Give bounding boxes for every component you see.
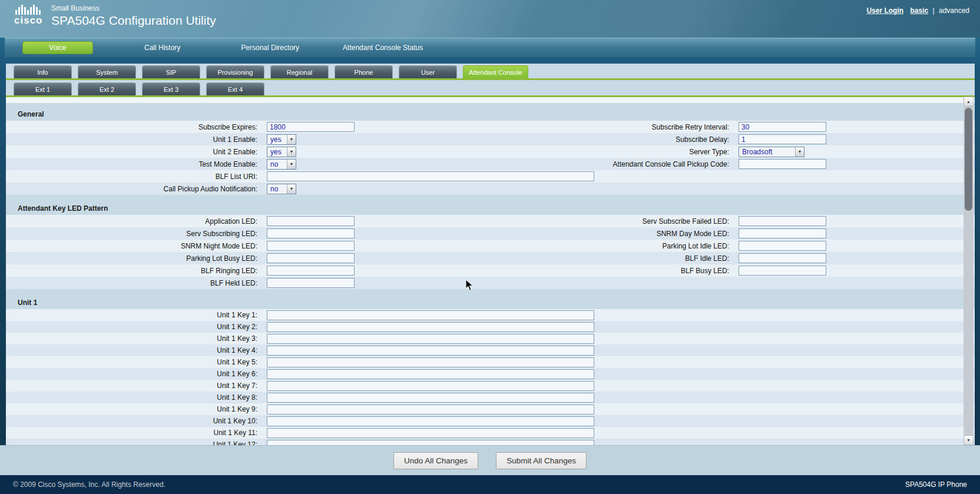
- mode-separator: |: [932, 6, 934, 15]
- test-mode-enable-select[interactable]: no▼: [267, 159, 296, 170]
- nav-item-voice[interactable]: Voice: [22, 41, 93, 54]
- tab-ext-1[interactable]: Ext 1: [14, 82, 72, 95]
- scrollbar-thumb[interactable]: [965, 108, 972, 211]
- blf-ringing-led-label: BLF Ringing LED:: [6, 267, 262, 275]
- unit-1-enable-select[interactable]: yes▼: [267, 134, 296, 145]
- dropdown-arrow-icon[interactable]: ▼: [287, 184, 296, 194]
- section-title-unit-1: Unit 1: [6, 296, 975, 309]
- field-row: Unit 1 Key 8:: [6, 392, 975, 403]
- unit-1-key-8-label: Unit 1 Key 8:: [6, 393, 262, 402]
- submit-all-changes-button[interactable]: Submit All Changes: [496, 452, 587, 469]
- subscribe-retry-interval-input[interactable]: [739, 122, 826, 132]
- scroll-up-icon[interactable]: ▲: [964, 97, 974, 107]
- basic-view-link[interactable]: basic: [910, 6, 928, 15]
- undo-all-changes-button[interactable]: Undo All Changes: [393, 452, 478, 469]
- brand-small-business: Small Business: [51, 4, 216, 13]
- unit-1-key-10-input[interactable]: [267, 416, 594, 426]
- field-row: Unit 1 Key 4:: [6, 344, 975, 356]
- cisco-logo-bars-icon: [15, 4, 47, 15]
- field-row: Unit 1 Key 7:: [6, 380, 975, 392]
- snrm-night-mode-led-input[interactable]: [267, 241, 355, 251]
- unit-1-key-12-input[interactable]: [267, 440, 594, 446]
- tab-ext-3[interactable]: Ext 3: [142, 82, 200, 95]
- cisco-wordmark: cisco: [14, 15, 47, 26]
- tab-ext-4[interactable]: Ext 4: [206, 82, 264, 95]
- server-type-label: Server Type:: [595, 148, 734, 156]
- nav-item-personal-directory[interactable]: Personal Directory: [241, 44, 299, 52]
- tab-sip[interactable]: SIP: [142, 65, 200, 78]
- tab-user[interactable]: User: [399, 65, 457, 78]
- section-title-general: General: [6, 108, 975, 121]
- unit-1-key-2-input[interactable]: [267, 322, 594, 332]
- unit-1-enable-label: Unit 1 Enable:: [6, 135, 262, 144]
- dropdown-arrow-icon[interactable]: ▼: [287, 147, 296, 157]
- product-name: SPA504G IP Phone: [905, 480, 967, 489]
- user-login-link[interactable]: User Login: [866, 6, 903, 15]
- test-mode-enable-selected-value: no: [267, 160, 287, 168]
- main-navbar: VoiceCall HistoryPersonal DirectoryAtten…: [5, 38, 975, 57]
- server-type-select[interactable]: Broadsoft▼: [739, 147, 804, 157]
- unit-1-key-3-input[interactable]: [267, 334, 594, 344]
- tab-ext-2[interactable]: Ext 2: [78, 82, 136, 95]
- unit-1-key-4-label: Unit 1 Key 4:: [6, 346, 262, 354]
- tab-info[interactable]: Info: [14, 65, 72, 78]
- unit-2-enable-select[interactable]: yes▼: [267, 147, 296, 157]
- field-row: BLF Held LED:: [6, 277, 975, 289]
- tab-phone[interactable]: Phone: [335, 65, 393, 78]
- unit-1-enable-selected-value: yes: [267, 135, 287, 144]
- unit-1-key-5-input[interactable]: [267, 357, 594, 367]
- serv-subscribe-failed-led-label: Serv Subscribe Failed LED:: [595, 217, 734, 226]
- tab-regional[interactable]: Regional: [270, 65, 329, 78]
- unit-1-key-4-input[interactable]: [267, 346, 594, 356]
- dropdown-arrow-icon[interactable]: ▼: [287, 160, 296, 169]
- advanced-view-label[interactable]: advanced: [939, 6, 969, 15]
- field-row: Call Pickup Audio Notification:no▼: [6, 183, 975, 195]
- action-button-bar: Undo All Changes Submit All Changes: [0, 445, 980, 475]
- page-footer: © 2009 Cisco Systems, Inc. All Rights Re…: [0, 475, 980, 494]
- nav-item-attendant-console-status[interactable]: Attendant Console Status: [343, 44, 423, 52]
- tab-attendant-console[interactable]: Attendant Console: [463, 65, 528, 78]
- blf-list-uri-label: BLF List URI:: [6, 173, 262, 181]
- server-type-selected-value: Broadsoft: [739, 148, 795, 156]
- dropdown-arrow-icon[interactable]: ▼: [287, 135, 296, 144]
- unit-1-key-11-label: Unit 1 Key 11:: [6, 429, 262, 437]
- unit-1-key-9-input[interactable]: [267, 405, 594, 415]
- snrm-day-mode-led-input[interactable]: [739, 228, 826, 238]
- blf-list-uri-input[interactable]: [267, 171, 594, 181]
- blf-held-led-input[interactable]: [267, 278, 355, 288]
- subscribe-expires-input[interactable]: [267, 122, 355, 132]
- tab-system[interactable]: System: [78, 65, 136, 78]
- dropdown-arrow-icon[interactable]: ▼: [795, 147, 804, 157]
- application-led-input[interactable]: [267, 216, 355, 226]
- unit-1-key-6-input[interactable]: [267, 369, 594, 379]
- unit-1-key-9-label: Unit 1 Key 9:: [6, 405, 262, 413]
- field-row: Unit 1 Key 2:: [6, 321, 975, 333]
- scroll-down-icon[interactable]: ▼: [964, 435, 974, 445]
- field-row: Unit 1 Key 10:: [6, 415, 975, 427]
- snrm-night-mode-led-label: SNRM Night Mode LED:: [6, 242, 262, 250]
- parking-lot-busy-led-input[interactable]: [267, 253, 355, 263]
- serv-subscribe-failed-led-input[interactable]: [739, 216, 826, 226]
- parking-lot-busy-led-label: Parking Lot Busy LED:: [6, 254, 262, 263]
- serv-subscribing-led-input[interactable]: [267, 228, 355, 238]
- attendant-console-call-pickup-code-input[interactable]: [739, 159, 826, 169]
- nav-item-call-history[interactable]: Call History: [144, 44, 180, 52]
- field-row: Unit 1 Key 9:: [6, 403, 975, 415]
- blf-idle-led-input[interactable]: [739, 253, 826, 263]
- blf-idle-led-label: BLF Idle LED:: [595, 254, 734, 263]
- blf-busy-led-input[interactable]: [739, 266, 826, 276]
- parking-lot-idle-led-input[interactable]: [739, 241, 826, 251]
- field-row: Unit 1 Key 12:: [6, 439, 975, 445]
- vertical-scrollbar[interactable]: ▲ ▼: [964, 97, 974, 445]
- field-row: Application LED:Serv Subscribe Failed LE…: [6, 215, 975, 227]
- unit-1-key-7-input[interactable]: [267, 381, 594, 391]
- subscribe-delay-input[interactable]: [739, 134, 826, 144]
- unit-1-key-1-input[interactable]: [267, 310, 594, 320]
- blf-ringing-led-input[interactable]: [267, 266, 355, 276]
- unit-1-key-8-input[interactable]: [267, 393, 594, 403]
- tab-provisioning[interactable]: Provisioning: [206, 65, 264, 78]
- blf-busy-led-label: BLF Busy LED:: [595, 267, 734, 275]
- application-led-label: Application LED:: [6, 217, 262, 226]
- call-pickup-audio-notification-select[interactable]: no▼: [267, 184, 296, 194]
- unit-1-key-11-input[interactable]: [267, 428, 594, 438]
